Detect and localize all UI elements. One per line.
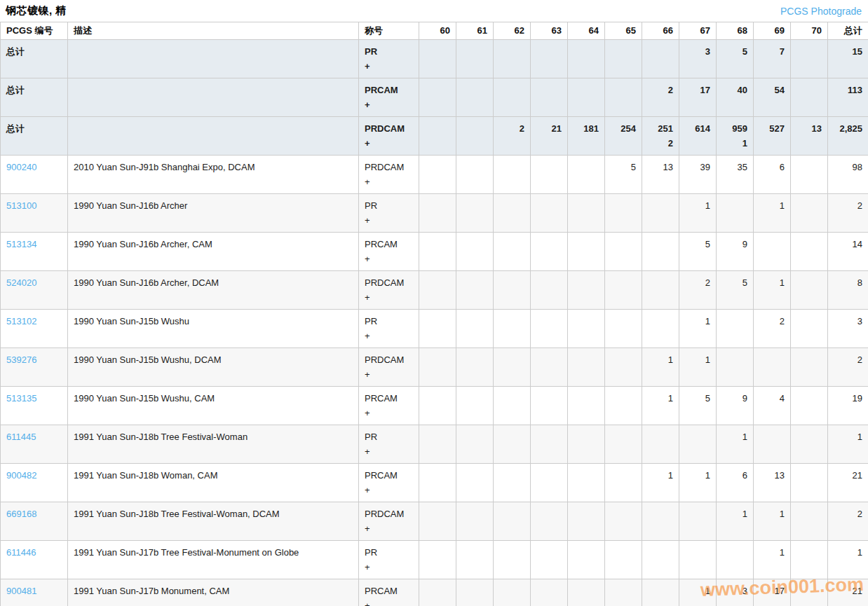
designation-label: PR <box>365 198 413 213</box>
grade-62-cell <box>494 233 531 271</box>
grade-70-cell <box>791 194 828 233</box>
pcgs-number-link[interactable]: 611446 <box>6 547 36 558</box>
row-total-cell: 1 <box>828 425 868 464</box>
grade-count: 39 <box>685 160 710 174</box>
grade-60-cell <box>419 233 456 271</box>
pcgs-number-cell: 524020 <box>1 271 68 310</box>
grade-67-cell <box>679 502 717 541</box>
grade-62-cell <box>494 78 531 117</box>
grade-62-cell <box>494 502 531 541</box>
grade-62-cell <box>494 271 531 310</box>
pcgs-number-link[interactable]: 524020 <box>6 277 36 288</box>
description-cell: 1991 Yuan Sun-J18b Tree Festival-Woman <box>68 425 359 464</box>
grade-70-cell <box>791 387 828 425</box>
grade-count: 1 <box>759 507 785 521</box>
grade-63-cell <box>531 271 568 310</box>
designation-cell: PRCAM+ <box>359 579 419 606</box>
grade-66-cell <box>642 579 679 606</box>
population-table: PCGS 编号 描述 称号 6061626364656667686970总计 总… <box>0 22 868 606</box>
page: 钢芯镀镍, 精 PCGS Photograde PCGS 编号 描述 称号 60… <box>0 0 868 606</box>
grade-65-cell <box>605 464 642 502</box>
grade-65-cell <box>605 425 642 464</box>
grade-69-cell: 2 <box>754 310 791 348</box>
grade-count: 6 <box>759 160 785 174</box>
grade-64-cell: 181 <box>568 117 605 156</box>
grade-60-cell <box>419 502 456 541</box>
pcgs-number-link[interactable]: 513134 <box>6 239 36 249</box>
pcgs-number-link[interactable]: 611445 <box>6 432 36 442</box>
grade-count: 1 <box>759 198 785 213</box>
table-row: 6114461991 Yuan Sun-J17b Tree Festival-M… <box>1 541 868 579</box>
grade-70-cell <box>791 579 828 606</box>
grade-62-cell <box>494 194 531 233</box>
grade-69-cell: 4 <box>754 387 791 425</box>
grade-62-cell <box>494 541 531 579</box>
grade-64-cell <box>568 348 605 387</box>
pcgs-number-link[interactable]: 669168 <box>6 509 36 519</box>
grade-count: 1 <box>648 352 673 367</box>
grade-69-cell: 7 <box>754 40 791 78</box>
designation-label: PRDCAM <box>365 507 413 521</box>
grade-68-cell: 9 <box>717 387 754 425</box>
pcgs-number-cell: 611445 <box>1 425 68 464</box>
grade-69-cell: 1 <box>754 271 791 310</box>
col-header-grade-63: 63 <box>531 22 568 40</box>
grade-70-cell <box>791 425 828 464</box>
grade-67-cell: 1 <box>679 464 717 502</box>
grade-64-cell <box>568 194 605 233</box>
grade-70-cell <box>791 233 828 271</box>
row-total-cell: 21 <box>828 464 868 502</box>
grade-68-cell <box>717 194 754 233</box>
pcgs-number-cell: 669168 <box>1 502 68 541</box>
grade-count: 527 <box>759 121 785 136</box>
pcgs-number-cell: 513134 <box>1 233 68 271</box>
table-row: 9004811991 Yuan Sun-J17b Monument, CAMPR… <box>1 579 868 606</box>
pcgs-photograde-link[interactable]: PCGS Photograde <box>780 6 862 17</box>
pcgs-number-link[interactable]: 900240 <box>6 162 36 172</box>
grade-count: 21 <box>536 121 562 136</box>
pcgs-number-link[interactable]: 900482 <box>6 470 36 481</box>
grade-64-cell <box>568 387 605 425</box>
grade-count: 5 <box>722 275 747 290</box>
description-cell: 2010 Yuan Sun-J91b Shanghai Expo, DCAM <box>68 156 359 194</box>
grade-61-cell <box>456 541 494 579</box>
grade-69-cell: 1 <box>754 194 791 233</box>
page-title: 钢芯镀镍, 精 <box>6 4 67 18</box>
grade-62-cell <box>494 579 531 606</box>
grade-count: 181 <box>574 121 599 136</box>
pcgs-number-link[interactable]: 513102 <box>6 316 36 326</box>
designation-plus: + <box>365 290 413 305</box>
pcgs-number-link[interactable]: 539276 <box>6 354 36 365</box>
grade-63-cell <box>531 579 568 606</box>
grade-60-cell <box>419 117 456 156</box>
description-cell: 1990 Yuan Sun-J15b Wushu, CAM <box>68 387 359 425</box>
designation-cell: PRDCAM+ <box>359 156 419 194</box>
pcgs-number-link[interactable]: 900481 <box>6 586 36 596</box>
grade-61-cell <box>456 348 494 387</box>
grade-63-cell <box>531 156 568 194</box>
grade-64-cell <box>568 40 605 78</box>
grade-60-cell <box>419 78 456 117</box>
designation-label: PRCAM <box>365 237 413 252</box>
pcgs-number-link[interactable]: 513135 <box>6 393 36 404</box>
grade-count: 5 <box>611 160 636 174</box>
description-cell <box>68 40 359 78</box>
grade-60-cell <box>419 40 456 78</box>
grade-count: 1 <box>685 468 710 483</box>
pcgs-number-link[interactable]: 513100 <box>6 200 36 211</box>
grade-count: 1 <box>685 584 710 598</box>
grade-count: 254 <box>611 121 636 136</box>
grade-60-cell <box>419 387 456 425</box>
col-header-pcgs-number: PCGS 编号 <box>1 22 68 40</box>
grade-65-cell <box>605 40 642 78</box>
row-total-cell: 15 <box>828 40 868 78</box>
pcgs-number-cell: 900482 <box>1 464 68 502</box>
grade-66-cell: 1 <box>642 387 679 425</box>
designation-cell: PR+ <box>359 194 419 233</box>
designation-label: PR <box>365 44 413 59</box>
row-total-cell: 19 <box>828 387 868 425</box>
designation-label: PRDCAM <box>365 121 413 136</box>
col-header-grade-65: 65 <box>605 22 642 40</box>
grade-count: 1 <box>685 198 710 213</box>
designation-label: PR <box>365 545 413 560</box>
